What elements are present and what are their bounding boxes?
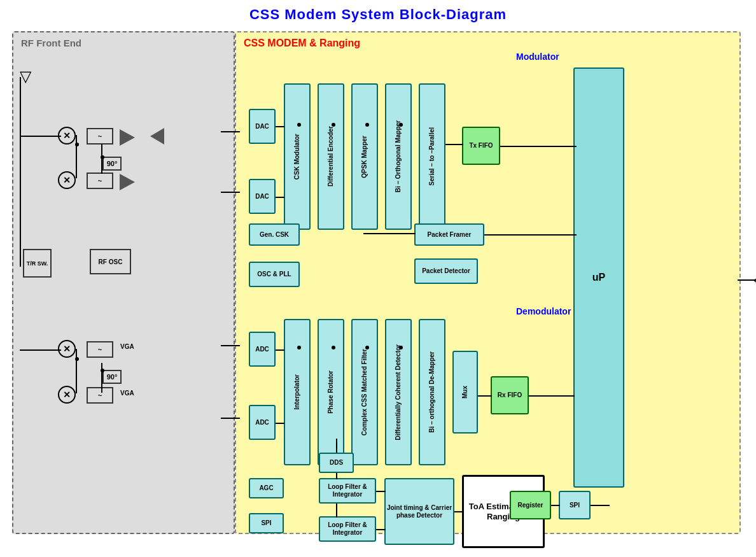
dds-block: DDS [319, 453, 354, 473]
conn-jt-toa [454, 511, 463, 512]
modem-dot8 [399, 123, 403, 127]
css-filter-block: Complex CSS Matched Filter [351, 319, 378, 465]
modem-section: CSS MODEM & Ranging Modulator Demodulato… [235, 31, 741, 534]
amp-rx-top [150, 128, 164, 145]
modem-dot4 [399, 346, 403, 349]
arrow-tx-up [500, 146, 577, 147]
loop-filter2-block: Loop Filter & Integrator [319, 516, 376, 542]
gen-csk-block: Gen. CSK [249, 223, 300, 246]
arrow-right-indicator: ⟺ [753, 275, 756, 285]
mixer-bot2: ✕ [58, 386, 76, 404]
spi2-block: SPI [559, 491, 591, 519]
hline-pf [363, 233, 416, 234]
arrow-rf-adc2 [221, 418, 240, 419]
amp-top2 [120, 174, 135, 190]
vline-dds-lf2 [336, 504, 337, 518]
osc-pll-block: OSC & PLL [249, 262, 300, 287]
modem-dot3 [365, 346, 369, 349]
dac2-block: DAC [249, 179, 276, 214]
bi-orth-block: Bi – Orthogonal Mapper [385, 83, 412, 230]
arrow-pf-up [484, 234, 577, 236]
tr-switch: T/R SW. [23, 249, 52, 278]
main-container: CSS Modem System Block-Diagram RF Front … [0, 0, 756, 557]
modem-dot7 [365, 123, 369, 127]
csk-mod-block: CSK Modulator [284, 83, 311, 230]
arrow-ser-tx [445, 144, 463, 145]
hline-rf2 [20, 136, 61, 137]
rf-section-label: RF Front End [21, 38, 81, 48]
modem-dot6 [332, 123, 335, 127]
conn-adc1-interp [276, 349, 284, 351]
adc1-block: ADC [249, 332, 276, 367]
filter-bot2: ~ [87, 387, 113, 404]
filter-bot1: ~ [87, 341, 113, 358]
demodulator-label: Demodulator [516, 306, 571, 316]
diff-enc-block: Differential Encoder [318, 83, 344, 230]
vline-dds-lf1 [336, 473, 337, 479]
spi1-block: SPI [249, 513, 284, 533]
modem-dot1 [297, 346, 301, 349]
dac1-block: DAC [249, 109, 276, 144]
packet-framer-block: Packet Framer [414, 223, 484, 246]
modulator-label: Modulator [516, 52, 559, 62]
rf-section: RF Front End ▽ T/R SW. RF OSC ✕ ~ 90° ✕ … [12, 31, 235, 534]
vga-bot-label: VGA [120, 390, 134, 397]
qpsk-map-block: QPSK Mapper [351, 83, 378, 230]
vline-dds-up [336, 439, 337, 453]
conn-dac2-csk [276, 197, 284, 198]
loop-filter1-block: Loop Filter & Integrator [319, 478, 376, 504]
bi-demap-block: Bi – orthogonal De-Mapper [419, 319, 445, 465]
agc-block: AGC [249, 478, 284, 498]
modem-section-label: CSS MODEM & Ranging [244, 38, 360, 49]
vline-ant [20, 77, 21, 267]
mixer-bot1: ✕ [58, 340, 76, 358]
conn-adc2-interp [276, 423, 284, 424]
arrow-rf-adc1 [221, 345, 240, 346]
packet-det-block: Packet Detector [414, 258, 478, 284]
vga-top-label: VGA [120, 343, 134, 350]
vline-rf4 [101, 363, 102, 393]
conn-dac1-csk [276, 126, 284, 127]
interpolator-block: Interpolator [284, 319, 311, 465]
vline-rf2 [76, 349, 77, 393]
tx-fifo-block: Tx FIFO [462, 127, 500, 165]
box-90-top: 90° [102, 157, 122, 171]
arrow-rf-dac1 [221, 131, 240, 132]
conn-lf1-jt [376, 491, 386, 492]
conn-rx-up [529, 395, 575, 397]
vline-rf1 [76, 135, 77, 178]
hline-rf3 [20, 349, 61, 351]
antenna-icon: ▽ [20, 67, 31, 85]
conn-lf2-jt [376, 529, 386, 530]
diff-coh-block: Differentially Coherent Detector [385, 319, 412, 465]
rx-fifo-block: Rx FIFO [491, 376, 529, 414]
register-block: Register [510, 491, 551, 519]
conn-spi2-out [591, 505, 610, 506]
filter-top2: ~ [87, 173, 113, 189]
adc2-block: ADC [249, 405, 276, 440]
modem-dot5 [297, 123, 301, 127]
conn-reg-spi2 [551, 505, 560, 506]
box-90-bot: 90° [102, 370, 122, 384]
conn-mux-rx [478, 395, 492, 397]
mixer-top2: ✕ [58, 171, 76, 189]
mux-block: Mux [452, 351, 478, 434]
filter-top1: ~ [87, 128, 113, 145]
amp-top1 [120, 129, 135, 146]
serial-par-block: Serial – to –Parallel [419, 83, 445, 230]
rf-osc: RF OSC [90, 249, 131, 274]
page-title: CSS Modem System Block-Diagram [6, 6, 750, 23]
arrow-rf-dac2 [221, 192, 240, 193]
joint-timing-block: Joint timing & Carrier phase Detector [384, 478, 454, 545]
up-block: uP [573, 67, 624, 488]
vline-rf3 [101, 144, 102, 174]
phase-rot-block: Phase Rotator [318, 319, 344, 465]
diagram-area: RF Front End ▽ T/R SW. RF OSC ✕ ~ 90° ✕ … [9, 28, 747, 550]
modem-dot2 [332, 346, 335, 349]
